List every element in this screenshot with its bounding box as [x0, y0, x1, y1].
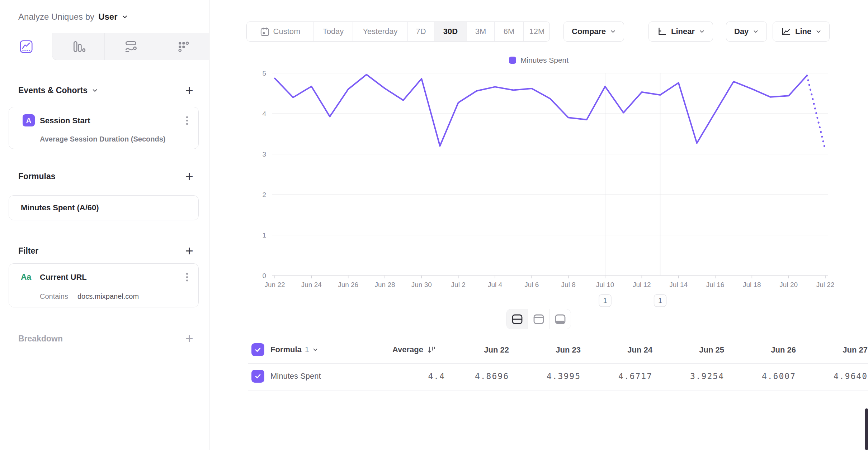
line-chart-svg: 01234511Jun 22Jun 24Jun 26Jun 28Jun 30Ju…	[209, 47, 868, 312]
formula-card[interactable]: Minutes Spent (A/60)	[9, 195, 199, 220]
chevron-down-icon	[610, 29, 616, 34]
sort-descending-icon	[427, 345, 436, 354]
event-card[interactable]: A Session Start Average Session Duration…	[9, 107, 199, 149]
tab-bar-chart[interactable]	[52, 33, 104, 60]
filter-section-header: Filter +	[18, 244, 193, 258]
tab-insights[interactable]	[0, 33, 52, 60]
average-label: Average	[392, 345, 423, 354]
line-chart-type-icon	[781, 27, 791, 37]
compare-button[interactable]: Compare	[563, 21, 624, 42]
check-icon	[254, 346, 262, 354]
table-row-divider	[248, 363, 868, 364]
add-formula-button[interactable]: +	[185, 171, 193, 182]
range-3m[interactable]: 3M	[467, 22, 495, 41]
chart-type-button[interactable]: Line	[773, 21, 830, 42]
range-30d[interactable]: 30D	[434, 22, 467, 41]
add-breakdown-button[interactable]: +	[185, 333, 193, 344]
table-only-view-icon	[554, 313, 566, 325]
range-custom[interactable]: Custom	[247, 22, 314, 41]
add-filter-button[interactable]: +	[185, 245, 193, 256]
table-only-view-button[interactable]	[549, 309, 571, 329]
event-aggregation[interactable]: Average Session Duration (Seconds)	[40, 135, 165, 143]
date-column-header[interactable]: Jun 26	[728, 340, 800, 360]
value-cell: 4.6717	[585, 366, 657, 386]
y-axis-label: 3	[262, 150, 266, 158]
value-cell: 4.9640	[800, 366, 868, 386]
analyze-uniques-value[interactable]: User	[98, 12, 117, 22]
x-axis-label: Jun 30	[411, 281, 432, 288]
y-axis-label: 2	[262, 191, 266, 198]
flows-icon	[123, 39, 138, 54]
filter-condition[interactable]: Contains docs.mixpanel.com	[40, 292, 139, 301]
range-label: Today	[323, 27, 344, 36]
range-6m[interactable]: 6M	[495, 22, 524, 41]
formula-column-header[interactable]: Formula 1	[270, 343, 318, 356]
x-axis-label: Jul 22	[816, 281, 835, 288]
filter-operator[interactable]: Contains	[40, 292, 68, 301]
date-column-header[interactable]: Jun 24	[585, 340, 657, 360]
tab-flows[interactable]	[104, 33, 157, 60]
range-7d[interactable]: 7D	[408, 22, 434, 41]
add-event-button[interactable]: +	[185, 85, 193, 96]
x-axis-label: Jul 20	[779, 281, 798, 288]
kebab-menu-icon	[186, 116, 188, 125]
chevron-down-icon	[816, 29, 821, 34]
average-column-header[interactable]: Average	[346, 343, 436, 356]
date-column-header[interactable]: Jun 22	[442, 340, 513, 360]
tab-retention[interactable]	[157, 33, 209, 60]
date-column-header[interactable]: Jun 25	[657, 340, 728, 360]
series-line-incomplete[interactable]	[807, 76, 825, 150]
range-today[interactable]: Today	[314, 22, 353, 41]
date-column-header[interactable]: Jun 23	[513, 340, 585, 360]
x-axis-label: Jun 26	[338, 281, 358, 288]
y-axis-label: 4	[262, 110, 266, 118]
events-section-title: Events & Cohorts	[18, 86, 88, 95]
query-builder-sidebar: Analyze Uniques by User	[0, 0, 209, 450]
series-row-values: 4.86964.39954.67173.92544.60074.9640	[442, 366, 868, 386]
bar-chart-icon	[71, 39, 86, 54]
filter-options-button[interactable]	[184, 272, 190, 284]
granularity-label: Day	[734, 27, 749, 36]
formula-group-checkbox[interactable]	[251, 343, 264, 356]
date-range-control: CustomTodayYesterday7D30D3M6M12M	[246, 21, 550, 42]
chevron-down-icon	[753, 29, 759, 34]
value-cell: 4.3995	[513, 366, 585, 386]
x-axis-label: Jun 22	[264, 281, 285, 288]
range-label: 30D	[443, 27, 458, 36]
vertical-scrollbar-thumb[interactable]	[865, 408, 868, 450]
table-row-divider	[248, 391, 868, 391]
range-yesterday[interactable]: Yesterday	[353, 22, 408, 41]
y-axis-label: 0	[262, 272, 266, 279]
series-line[interactable]	[275, 75, 807, 146]
date-column-header[interactable]: Jun 27	[800, 340, 868, 360]
filter-value[interactable]: docs.mixpanel.com	[77, 292, 139, 301]
insights-line-chart-icon	[19, 39, 34, 54]
filter-property-name[interactable]: Current URL	[40, 273, 87, 282]
date-column-headers: Jun 22Jun 23Jun 24Jun 25Jun 26Jun 27	[442, 340, 868, 360]
split-view-button[interactable]	[506, 309, 528, 329]
chart-only-view-button[interactable]	[528, 309, 549, 329]
chart-only-view-icon	[533, 313, 545, 325]
y-axis-scale-button[interactable]: Linear	[648, 21, 713, 42]
range-12m[interactable]: 12M	[524, 22, 550, 41]
filter-card[interactable]: Aa Current URL Contains docs.mixpanel.co…	[9, 263, 199, 307]
annotation-badge-label: 1	[603, 297, 607, 305]
filter-section-title: Filter	[18, 246, 38, 256]
granularity-button[interactable]: Day	[726, 21, 767, 42]
x-axis-label: Jun 28	[374, 281, 395, 288]
x-axis-label: Jul 18	[743, 281, 761, 288]
series-checkbox[interactable]	[251, 370, 264, 383]
value-cell: 4.8696	[442, 366, 513, 386]
kebab-menu-icon	[186, 272, 188, 282]
event-name[interactable]: Session Start	[40, 116, 90, 125]
linear-axis-icon	[657, 27, 667, 37]
chart-type-label: Line	[795, 27, 811, 36]
events-section-header: Events & Cohorts +	[18, 83, 193, 97]
range-label: Yesterday	[363, 27, 397, 36]
event-options-button[interactable]	[184, 115, 190, 128]
x-axis-label: Jul 14	[669, 281, 688, 288]
formulas-section-title: Formulas	[18, 172, 56, 181]
x-axis-label: Jul 4	[488, 281, 503, 288]
string-property-icon: Aa	[21, 272, 31, 282]
formula-name[interactable]: Minutes Spent (A/60)	[21, 203, 99, 212]
